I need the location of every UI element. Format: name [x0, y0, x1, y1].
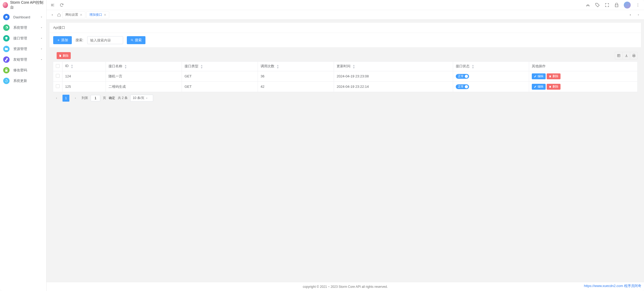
cell-time: 2024-04-19 23:23:08 — [334, 71, 453, 81]
chevron-down-icon — [40, 58, 43, 61]
sidebar-item-resource[interactable]: 资源管理 — [0, 44, 46, 54]
sort-icon: ▲▼ — [200, 64, 203, 69]
export-icon[interactable] — [622, 52, 630, 59]
tab-add-api[interactable]: 增加接口 ✕ — [86, 11, 109, 18]
col-calls[interactable]: 调用次数 ▲▼ — [258, 62, 334, 71]
cell-name: 随机一言 — [106, 71, 182, 81]
cell-id: 125 — [62, 81, 106, 92]
sidebar-menu: Dashboard 系统管理 接口管理 资源管理 友链管理 — [0, 10, 46, 291]
goto-input[interactable] — [91, 95, 100, 101]
col-status[interactable]: 接口状态 ▲▼ — [453, 62, 529, 71]
select-all-checkbox[interactable] — [56, 64, 60, 68]
collapse-icon[interactable] — [50, 3, 55, 7]
theme-icon[interactable] — [586, 3, 590, 7]
sidebar-item-api[interactable]: 接口管理 — [0, 33, 46, 44]
col-id[interactable]: ID ▲▼ — [62, 62, 106, 71]
reload-icon[interactable] — [59, 3, 64, 7]
sidebar-item-update[interactable]: 系统更新 — [0, 76, 46, 86]
page-size-select[interactable]: 10 条/页 — [130, 95, 153, 102]
api-table: ID ▲▼ 接口名称 ▲▼ 接口类型 ▲▼ 调用次数 ▲▼ 更新时间 ▲▼ 接口… — [53, 61, 638, 92]
sidebar-item-label: 资源管理 — [13, 47, 40, 51]
svg-point-2 — [638, 6, 638, 6]
lock-icon[interactable] — [614, 3, 619, 7]
watermark: https://www.xuecdn2.com 程序员阿奇 — [584, 284, 641, 288]
sidebar-item-label: 系统管理 — [13, 25, 40, 30]
pagination: 1 到第 页 确定 共 2 条 10 条/页 — [53, 92, 638, 104]
print-icon[interactable] — [630, 52, 637, 59]
tab-home-icon[interactable] — [56, 11, 62, 18]
layers-icon — [3, 35, 10, 41]
tag-icon[interactable] — [595, 3, 600, 7]
cell-calls: 36 — [258, 71, 334, 81]
delete-button-label: 删除 — [63, 54, 69, 58]
cell-type: GET — [182, 81, 258, 92]
page-number[interactable]: 1 — [62, 95, 69, 102]
add-button[interactable]: 添加 — [53, 36, 72, 44]
sidebar-item-links[interactable]: 友链管理 — [0, 54, 46, 65]
tab-website-settings[interactable]: 网站设置 ✕ — [62, 11, 85, 18]
search-button[interactable]: 搜索 — [127, 36, 145, 44]
table-toolbar: 删除 — [53, 50, 638, 61]
sidebar-item-system[interactable]: 系统管理 — [0, 22, 46, 33]
refresh-icon — [3, 78, 10, 84]
sort-icon: ▲▼ — [353, 64, 355, 69]
col-time[interactable]: 更新时间 ▲▼ — [334, 62, 453, 71]
tabs-bar: 网站设置 ✕ 增加接口 ✕ — [47, 10, 644, 20]
status-switch[interactable]: 正常 — [456, 84, 469, 89]
cell-type: GET — [182, 71, 258, 81]
tabs-menu-icon[interactable] — [635, 11, 642, 18]
table-header-row: ID ▲▼ 接口名称 ▲▼ 接口类型 ▲▼ 调用次数 ▲▼ 更新时间 ▲▼ 接口… — [53, 62, 638, 71]
topbar — [47, 0, 644, 10]
fullscreen-icon[interactable] — [605, 3, 609, 7]
table-row: 124随机一言GET362024-04-19 23:23:08正常 编辑 删除 — [53, 71, 638, 81]
col-name[interactable]: 接口名称 ▲▼ — [106, 62, 182, 71]
toolbar: 添加 搜索: 搜索 — [53, 36, 637, 44]
sort-icon: ▲▼ — [472, 64, 474, 69]
more-icon[interactable] — [635, 3, 640, 7]
sidebar: Storm Core API控制台 Dashboard 系统管理 接口管理 资源… — [0, 0, 47, 291]
row-delete-button[interactable]: 删除 — [547, 73, 561, 79]
row-checkbox[interactable] — [56, 74, 60, 78]
row-checkbox[interactable] — [56, 84, 60, 88]
batch-delete-button[interactable]: 删除 — [57, 52, 71, 59]
gear-icon — [3, 24, 10, 31]
logo-icon — [3, 2, 8, 8]
confirm-button[interactable]: 确定 — [109, 96, 115, 100]
sidebar-item-label: 友链管理 — [13, 57, 40, 62]
tabs-prev-icon[interactable] — [49, 11, 56, 18]
columns-icon[interactable] — [615, 52, 622, 59]
cell-actions: 编辑 删除 — [529, 71, 638, 81]
logo-bar: Storm Core API控制台 — [0, 0, 46, 10]
col-type[interactable]: 接口类型 ▲▼ — [182, 62, 258, 71]
avatar[interactable] — [624, 2, 631, 9]
sidebar-item-dashboard[interactable]: Dashboard — [0, 12, 46, 22]
sidebar-item-label: 修改密码 — [13, 68, 43, 73]
search-button-label: 搜索 — [135, 38, 142, 43]
edit-button[interactable]: 编辑 — [532, 73, 546, 79]
home-icon — [3, 14, 10, 20]
search-label: 搜索: — [76, 38, 83, 43]
add-button-label: 添加 — [61, 38, 68, 43]
close-icon[interactable]: ✕ — [80, 13, 82, 17]
tabs-next-icon[interactable] — [627, 11, 634, 18]
page-prev-icon[interactable] — [53, 95, 60, 102]
tab-label: 网站设置 — [65, 13, 78, 17]
cell-actions: 编辑 删除 — [529, 81, 638, 92]
page-next-icon[interactable] — [72, 95, 79, 102]
status-switch[interactable]: 正常 — [456, 74, 469, 79]
close-icon[interactable]: ✕ — [104, 13, 106, 17]
table-row: 125二维码生成GET422024-04-19 23:22:14正常 编辑 删除 — [53, 81, 638, 92]
search-input[interactable] — [87, 36, 123, 44]
edit-button[interactable]: 编辑 — [532, 84, 546, 90]
link-icon — [3, 56, 10, 63]
table-card: 删除 ID ▲▼ 接口名称 ▲▼ 接口类型 ▲▼ — [49, 50, 641, 108]
app-title: Storm Core API控制台 — [10, 0, 44, 10]
chevron-down-icon — [40, 15, 43, 19]
row-delete-button[interactable]: 删除 — [547, 84, 561, 90]
content: Api接口 添加 搜索: 搜索 — [47, 20, 644, 282]
goto-label: 到第 — [82, 96, 88, 100]
tab-label: 增加接口 — [89, 13, 102, 17]
sidebar-item-password[interactable]: 修改密码 — [0, 65, 46, 76]
cell-time: 2024-04-19 23:22:14 — [334, 81, 453, 92]
svg-point-0 — [638, 3, 638, 4]
